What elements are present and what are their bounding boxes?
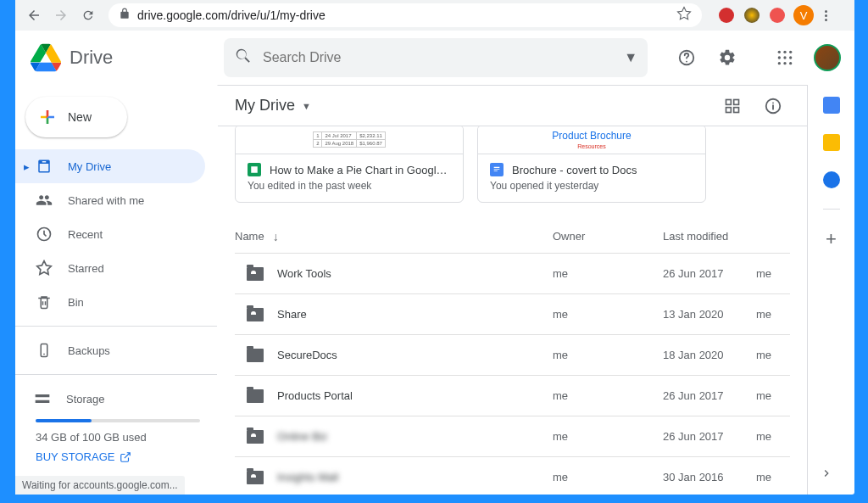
app-name: Drive (70, 47, 113, 69)
file-modified: 26 Jun 2017 (663, 267, 756, 280)
card-subtitle: You edited in the past week (248, 180, 451, 192)
column-modified[interactable]: Last modified (663, 230, 790, 243)
svg-point-5 (783, 56, 786, 59)
file-modified-by: me (756, 349, 790, 361)
folder-icon (247, 430, 264, 444)
app-header: Drive ▼ (15, 31, 854, 85)
trash-icon (36, 294, 53, 310)
extension-icons (719, 8, 785, 23)
divider (15, 374, 217, 375)
file-name: Share (277, 308, 553, 321)
search-bar[interactable]: ▼ (224, 38, 648, 77)
file-modified-by: me (756, 308, 790, 321)
card-title: How to Make a Pie Chart in Google S... (270, 164, 451, 176)
svg-point-4 (778, 56, 781, 59)
file-modified-by: me (756, 471, 790, 483)
chevron-down-icon: ▼ (302, 101, 311, 111)
browser-profile[interactable]: V (793, 5, 814, 25)
browser-menu-icon[interactable] (817, 10, 834, 21)
storage-progress (36, 419, 200, 422)
address-bar[interactable]: drive.google.com/drive/u/1/my-drive (108, 3, 702, 27)
help-icon[interactable] (670, 41, 704, 75)
sidebar-item-bin[interactable]: Bin (15, 285, 205, 319)
svg-point-9 (789, 62, 792, 64)
external-link-icon (120, 451, 131, 463)
star-icon (36, 260, 53, 277)
content-area: My Drive ▼ 124 Jul 2017$2,232.11229 Aug … (217, 85, 807, 495)
plus-icon (37, 107, 58, 127)
extension-icon[interactable] (719, 8, 734, 23)
svg-point-3 (789, 50, 792, 53)
svg-rect-12 (726, 99, 732, 104)
svg-rect-13 (734, 99, 739, 104)
reload-button[interactable] (76, 3, 100, 27)
clock-icon (36, 226, 53, 243)
file-modified: 26 Jun 2017 (663, 389, 756, 402)
bookmark-star-icon[interactable] (676, 6, 692, 25)
file-modified: 30 Jan 2016 (663, 471, 756, 483)
divider (823, 209, 840, 210)
sidebar-item-storage[interactable]: Storage (36, 382, 200, 416)
sidebar-item-recent[interactable]: Recent (15, 217, 205, 251)
sidebar-item-my-drive[interactable]: ▸ My Drive (15, 149, 205, 183)
file-row[interactable]: Work Toolsme26 Jun 2017me (235, 254, 790, 294)
info-icon[interactable] (756, 89, 790, 123)
browser-status-bar: Waiting for accounts.google.com... (15, 476, 185, 495)
storage-label: Storage (66, 393, 105, 405)
file-row[interactable]: Insights Mallme30 Jan 2016me (235, 457, 790, 495)
file-row[interactable]: Products Portalme26 Jun 2017me (235, 376, 790, 416)
file-row[interactable]: Online Bizme26 Jun 2017me (235, 416, 790, 457)
forward-button[interactable] (49, 3, 73, 27)
expand-triangle-icon[interactable]: ▸ (24, 160, 30, 173)
file-modified: 26 Jun 2017 (663, 430, 756, 443)
extension-icon[interactable] (770, 8, 785, 23)
sidebar-item-shared[interactable]: Shared with me (15, 183, 205, 217)
file-name: Work Tools (277, 267, 553, 280)
keep-icon[interactable] (823, 134, 840, 151)
file-modified: 18 Jan 2020 (663, 349, 756, 361)
column-name[interactable]: Name ↓ (235, 230, 553, 243)
svg-point-2 (783, 50, 786, 53)
sidebar-item-backups[interactable]: Backups (15, 333, 205, 367)
sidebar-item-label: Starred (68, 262, 104, 275)
new-button-label: New (68, 110, 92, 124)
buy-storage-link[interactable]: BUY STORAGE (36, 450, 200, 463)
folder-icon (247, 389, 264, 403)
quick-access-card[interactable]: Product BrochureResourcesBrochure - cove… (477, 126, 706, 203)
drive-logo-icon (29, 41, 63, 75)
svg-point-8 (783, 62, 786, 64)
account-avatar[interactable] (814, 44, 841, 71)
logo-area[interactable]: Drive (29, 41, 217, 75)
back-button[interactable] (22, 3, 46, 27)
side-panel: + (807, 85, 854, 495)
search-icon (234, 47, 253, 69)
url-text: drive.google.com/drive/u/1/my-drive (137, 8, 326, 22)
quick-access-card[interactable]: 124 Jul 2017$2,232.11229 Aug 2018$1,960.… (235, 126, 464, 203)
add-addon-icon[interactable]: + (826, 230, 837, 249)
file-name: Online Biz (277, 430, 553, 443)
drive-logo-icon (36, 159, 53, 174)
collapse-panel-icon[interactable] (814, 461, 839, 486)
tasks-icon[interactable] (823, 171, 840, 188)
column-owner[interactable]: Owner (553, 230, 663, 243)
file-row[interactable]: Shareme13 Jan 2020me (235, 294, 790, 335)
sidebar-item-starred[interactable]: Starred (15, 251, 205, 285)
extension-icon[interactable] (744, 8, 760, 23)
sort-arrow-icon: ↓ (273, 230, 279, 243)
folder-icon (247, 471, 264, 484)
apps-grid-icon[interactable] (768, 41, 802, 75)
file-modified-by: me (756, 430, 790, 443)
settings-gear-icon[interactable] (710, 41, 744, 75)
search-options-icon[interactable]: ▼ (624, 50, 637, 65)
file-row[interactable]: SecureDocsme18 Jan 2020me (235, 335, 790, 376)
folder-icon (247, 349, 264, 362)
content-header: My Drive ▼ (218, 86, 807, 126)
breadcrumb[interactable]: My Drive ▼ (235, 97, 311, 115)
grid-view-icon[interactable] (715, 89, 749, 123)
calendar-icon[interactable] (823, 97, 840, 114)
table-header: Name ↓ Owner Last modified (235, 220, 790, 254)
new-button[interactable]: New (25, 97, 127, 137)
search-input[interactable] (263, 50, 624, 65)
people-icon (36, 192, 53, 209)
sidebar-item-label: Bin (68, 296, 84, 309)
